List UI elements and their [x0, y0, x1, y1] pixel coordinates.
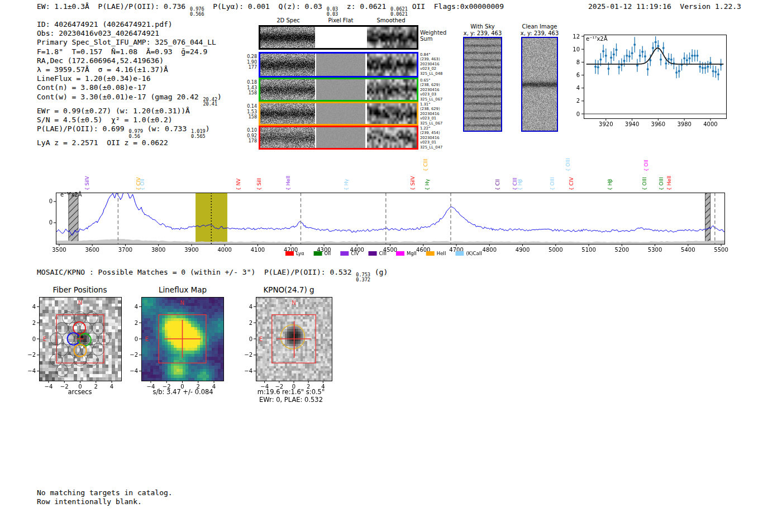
info-line: Primary Spec_Slot_IFU_AMP: 325_076_044_L…: [37, 38, 222, 47]
info-line: Cont(n) = 3.80(±0.08)e-17: [37, 83, 222, 92]
withsky-title-line1: With Sky: [455, 23, 511, 30]
spec2d-row-frame: [259, 102, 418, 126]
info-line: S/N = 4.5(±0.5) χ² = 1.0(±0.2): [37, 116, 222, 124]
spec2d-row-canvas: [260, 27, 417, 48]
clean-title-line1: Clean Image: [512, 23, 568, 30]
canvas-withsky: [464, 38, 501, 131]
info-line: LyA z = 2.2571 OII z = 0.0622: [37, 138, 222, 147]
catalog-note-line1: No matching targets in catalog.: [37, 488, 173, 497]
spec2d-row-right-label: 0.65"(238, 629)20230416v023_03325_LL_067: [420, 78, 454, 102]
elixer-report-page: EW: 1.1±0.3Å P(LAE)/P(OII): 0.736 0.9760…: [0, 0, 782, 532]
spec2d-row-frame: [259, 25, 418, 50]
info-line: LineFlux = 1.20(±0.34)e-16: [37, 74, 222, 83]
canvas-full-spectrum: [49, 150, 733, 259]
col-header-smoothed: Smoothed: [366, 17, 416, 23]
kpno-title: KPNO(24.7) g: [244, 285, 333, 294]
clean-title: Clean Image x, y: 239, 463: [512, 23, 568, 36]
info-block: ID: 4026474921 (4026474921.pdf)Obs: 2023…: [37, 20, 222, 147]
withsky-title: With Sky x, y: 239, 463: [455, 23, 511, 36]
catalog-note: No matching targets in catalog. Row inte…: [37, 488, 173, 506]
canvas-kpno: [236, 295, 348, 390]
spec2d-row-left-label: 0.100.92178: [245, 128, 257, 144]
spec2d-weighted-sum-label: WeightedSum: [420, 30, 454, 42]
info-line: Obs: 20230416v023_4026474921: [37, 29, 222, 38]
info-line: EWr = 0.99(±0.27) (w: 1.20(±0.31))Å: [37, 107, 222, 116]
info-line: ID: 4026474921 (4026474921.pdf): [37, 20, 222, 29]
col-header-2dspec: 2D Spec: [263, 17, 313, 23]
info-line: P(LAE)/P(OII): 0.699 0.9790.56 (w: 0.733…: [37, 124, 222, 138]
spec2d-row-frame: [259, 52, 418, 78]
spec2d-row-canvas: [260, 54, 417, 76]
spec2d-row-canvas: [260, 79, 417, 100]
clean-frame: [521, 37, 558, 132]
info-line: Cont(w) = 3.30(±0.01)e-17 (gmag 20.42 20…: [37, 93, 222, 107]
spec2d-row-left-label: 0.281.90177: [245, 54, 257, 70]
clean-title-line2: x, y: 239, 463: [512, 30, 568, 37]
canvas-clean: [522, 38, 557, 131]
withsky-frame: [463, 37, 502, 132]
spec2d-row-frame: [259, 126, 418, 150]
canvas-line-fit-plot: [571, 31, 729, 127]
spec2d-row-left-label: 0.141.53158: [245, 104, 257, 120]
spec2d-row-frame: [259, 78, 418, 102]
lineflux-map-title: Lineflux Map: [138, 285, 227, 294]
catalog-note-line2: Row intentionally blank.: [37, 497, 173, 506]
spec2d-row-canvas: [260, 127, 417, 148]
canvas-fiber: [17, 295, 128, 390]
fiber-xlabel: arcsecs: [35, 388, 125, 396]
spec2d-row-right-label: 1.31"(238, 629)20230416v023_01325_LL_067: [420, 102, 454, 126]
spec2d-row-left-label: 0.181.43158: [245, 80, 257, 96]
info-line: F=1.8" T=0.157 N̄=1.08 Ā=0.93 ḡ=24.9: [37, 47, 222, 56]
header-summary-line: EW: 1.1±0.3Å P(LAE)/P(OII): 0.736 0.9760…: [37, 2, 504, 16]
mosaic-match-line: MOSAIC/KPNO : Possible Matches = 0 (with…: [37, 268, 388, 282]
info-line: RA,Dec (172.606964,52.419636): [37, 56, 222, 65]
kpno-caption-2: EWr: 0, PLAE: 0.532: [240, 396, 342, 404]
spec2d-row-right-label: 0.84"(239, 463)20230416v023_02325_LL_048: [420, 52, 454, 76]
canvas-lineflux: [122, 295, 233, 390]
spec2d-row-right-label: 1.22"(239, 454)20230416v023_01325_LL_047: [420, 126, 454, 150]
lineflux-caption: s/b: 3.47 +/- 0.084: [134, 388, 232, 396]
kpno-caption-1: m:19.6 re:1.6" s:0.5": [240, 388, 342, 396]
fiber-positions-title: Fiber Positions: [35, 285, 125, 294]
info-line: λ = 3959.57Å σ = 4.16(±1.37)Å: [37, 65, 222, 74]
withsky-title-line2: x, y: 239, 463: [455, 30, 511, 37]
header-timestamp-version: 2025-01-12 11:19:16 Version 1.22.3: [588, 2, 741, 11]
col-header-pixelflat: Pixel Flat: [316, 17, 366, 23]
spec2d-row-canvas: [260, 103, 417, 124]
